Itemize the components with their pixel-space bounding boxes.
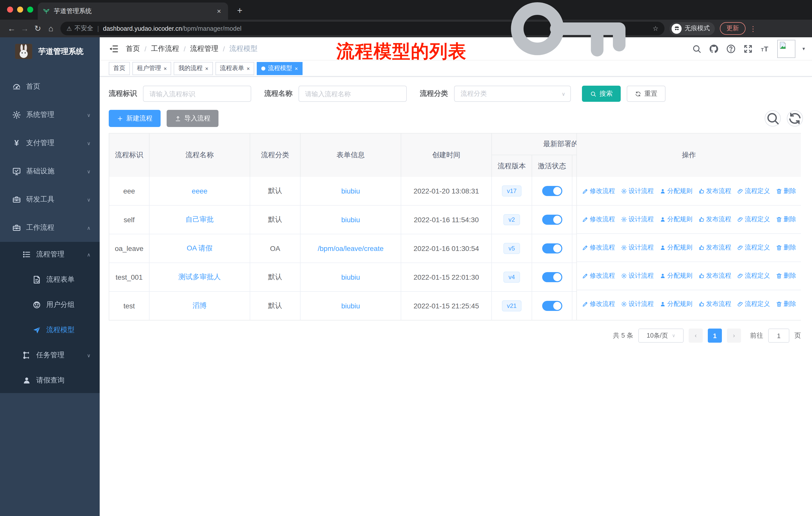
filter-id-input[interactable] [143,86,251,102]
browser-tab[interactable]: 芋道管理系统 × [38,2,228,20]
goto-page-input[interactable] [768,329,789,343]
sidebar-item-系统管理[interactable]: 系统管理 ∨ [0,101,100,129]
action-设计流程[interactable]: 设计流程 [620,300,654,308]
sidebar-item-流程管理[interactable]: 流程管理 ∧ [0,242,100,267]
view-tag-首页[interactable]: 首页 [109,62,130,75]
github-icon[interactable] [709,44,719,54]
create-process-button[interactable]: 新建流程 [109,110,161,127]
sidebar-item-首页[interactable]: 首页 [0,73,100,101]
form-info-link[interactable]: /bpm/oa/leave/create [318,244,384,252]
search-button[interactable]: 搜索 [582,86,621,102]
url-bar[interactable]: ⚠ 不安全 | dashboard.yudao.iocoder.cn /bpm/… [60,22,665,35]
reset-button[interactable]: 重置 [627,86,666,102]
action-设计流程[interactable]: 设计流程 [620,187,654,195]
browser-menu-icon[interactable]: ⋮ [750,24,757,32]
view-tag-租户管理[interactable]: 租户管理 × [133,62,171,75]
form-info-link[interactable]: biubiu [341,187,360,195]
action-发布流程[interactable]: 发布流程 [698,272,731,280]
action-设计流程[interactable]: 设计流程 [620,272,654,280]
next-page-button[interactable]: › [727,329,741,343]
breadcrumb-item-home[interactable]: 首页 [126,44,140,53]
breadcrumb-item-workflow[interactable]: 工作流程 [151,44,179,53]
forward-icon[interactable]: → [18,24,31,33]
action-流程定义[interactable]: 流程定义 [737,215,770,224]
avatar-caret-icon[interactable]: ▾ [803,46,805,51]
refresh-table-button[interactable] [787,110,803,127]
active-toggle[interactable] [542,301,562,311]
active-toggle[interactable] [542,215,562,225]
page-size-select[interactable]: 10条/页 ∨ [638,329,684,343]
filter-name-input[interactable] [298,86,407,102]
minimize-window-button[interactable] [17,6,23,12]
action-修改流程[interactable]: 修改流程 [582,300,615,308]
filter-category-select[interactable]: 流程分类 ∨ [454,86,571,102]
process-name-link[interactable]: 滔博 [193,301,207,310]
action-流程定义[interactable]: 流程定义 [737,243,770,252]
maximize-window-button[interactable] [27,6,33,12]
tag-close-icon[interactable]: × [295,65,298,71]
action-删除[interactable]: 删除 [776,187,796,195]
collapse-sidebar-icon[interactable] [109,44,119,54]
action-发布流程[interactable]: 发布流程 [698,187,731,195]
sidebar-item-研发工具[interactable]: 研发工具 ∨ [0,185,100,214]
sidebar-item-支付管理[interactable]: ¥ 支付管理 ∨ [0,129,100,157]
import-process-button[interactable]: 导入流程 [167,110,219,127]
sidebar-logo-row[interactable]: 芋道管理系统 [0,37,100,65]
action-删除[interactable]: 删除 [776,243,796,252]
sidebar-item-任务管理[interactable]: 任务管理 ∨ [0,343,100,368]
action-分配规则[interactable]: 分配规则 [659,215,692,224]
sidebar-item-请假查询[interactable]: 请假查询 [0,368,100,393]
tab-close-icon[interactable]: × [215,7,223,15]
action-分配规则[interactable]: 分配规则 [659,187,692,195]
home-icon[interactable]: ⌂ [44,24,57,33]
view-tag-我的流程[interactable]: 我的流程 × [174,62,213,75]
help-icon[interactable] [726,44,736,54]
sidebar-item-流程模型[interactable]: 流程模型 [0,318,100,343]
action-流程定义[interactable]: 流程定义 [737,187,770,195]
form-info-link[interactable]: biubiu [341,216,360,224]
active-toggle[interactable] [542,186,562,196]
security-label[interactable]: 不安全 [75,24,93,33]
reload-icon[interactable]: ↻ [31,24,44,33]
toggle-search-button[interactable] [765,110,781,127]
action-修改流程[interactable]: 修改流程 [582,187,615,195]
new-tab-button[interactable]: + [237,5,242,16]
close-window-button[interactable] [7,6,13,12]
action-分配规则[interactable]: 分配规则 [659,243,692,252]
action-流程定义[interactable]: 流程定义 [737,272,770,280]
action-修改流程[interactable]: 修改流程 [582,272,615,280]
fullscreen-icon[interactable] [743,44,753,54]
action-修改流程[interactable]: 修改流程 [582,215,615,224]
action-发布流程[interactable]: 发布流程 [698,300,731,308]
form-info-link[interactable]: biubiu [341,302,360,310]
process-name-link[interactable]: eeee [192,187,207,195]
sidebar-item-工作流程[interactable]: 工作流程 ∧ [0,214,100,242]
sidebar-item-基础设施[interactable]: 基础设施 ∨ [0,157,100,185]
back-icon[interactable]: ← [5,24,18,33]
avatar[interactable] [777,39,795,58]
prev-page-button[interactable]: ‹ [689,329,703,343]
current-page-button[interactable]: 1 [708,329,722,343]
sidebar-item-流程表单[interactable]: 流程表单 [0,267,100,292]
update-button[interactable]: 更新 [720,22,746,35]
action-删除[interactable]: 删除 [776,272,796,280]
process-name-link[interactable]: OA 请假 [187,244,213,253]
active-toggle[interactable] [542,243,562,253]
tag-close-icon[interactable]: × [247,65,250,71]
tag-close-icon[interactable]: × [164,65,167,71]
action-设计流程[interactable]: 设计流程 [620,215,654,224]
font-size-icon[interactable]: TT [760,44,770,54]
form-info-link[interactable]: biubiu [341,273,360,281]
action-分配规则[interactable]: 分配规则 [659,272,692,280]
tag-close-icon[interactable]: × [205,65,208,71]
view-tag-流程模型[interactable]: 流程模型 × [257,62,302,75]
action-删除[interactable]: 删除 [776,215,796,224]
active-toggle[interactable] [542,272,562,282]
breadcrumb-item-process-mgmt[interactable]: 流程管理 [190,44,219,53]
sidebar-item-用户分组[interactable]: 用户分组 [0,292,100,318]
view-tag-流程表单[interactable]: 流程表单 × [215,62,255,75]
action-删除[interactable]: 删除 [776,300,796,308]
action-设计流程[interactable]: 设计流程 [620,243,654,252]
action-发布流程[interactable]: 发布流程 [698,243,731,252]
bookmark-star-icon[interactable]: ☆ [653,25,659,32]
